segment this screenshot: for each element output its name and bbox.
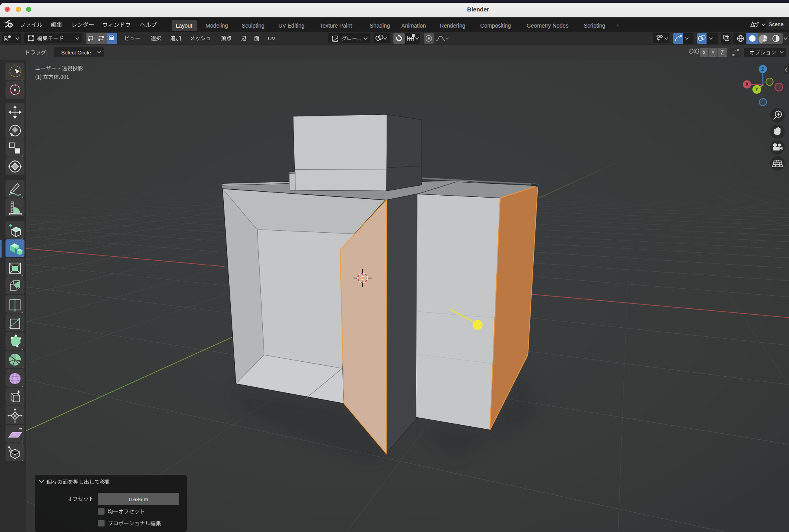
svg-text:0.686 m: 0.686 m — [129, 497, 148, 502]
